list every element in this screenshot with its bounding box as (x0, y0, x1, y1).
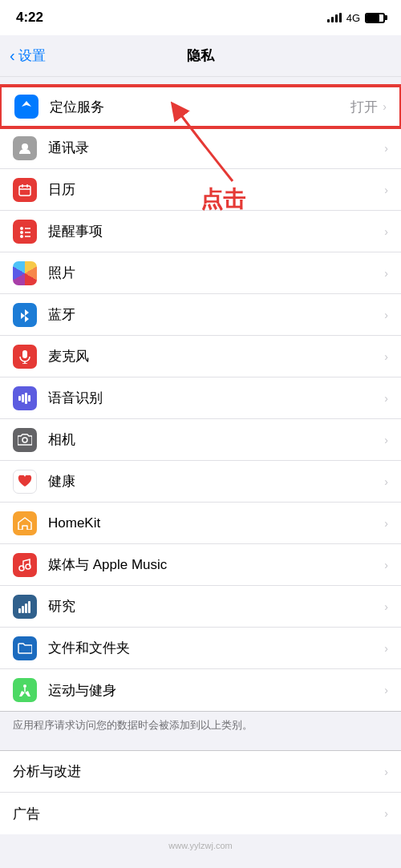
status-bar: 4:22 4G (0, 0, 401, 35)
location-services-label: 定位服务 (50, 98, 350, 116)
photos-item[interactable]: 照片 › (0, 252, 401, 294)
homekit-item[interactable]: HomeKit › (0, 503, 401, 544)
chevron-icon: › (384, 517, 388, 530)
svg-point-0 (22, 143, 28, 150)
photos-icon (13, 261, 37, 285)
page-wrapper: 4:22 4G ‹ 设置 隐私 (0, 0, 401, 857)
health-label: 健康 (48, 472, 384, 491)
chevron-icon: › (384, 434, 388, 446)
microphone-item[interactable]: 麦克风 › (0, 336, 401, 377)
battery-icon (365, 13, 385, 23)
chevron-icon: › (384, 225, 388, 238)
location-services-right: 打开 › (350, 98, 387, 116)
svg-rect-16 (25, 393, 27, 404)
svg-rect-23 (25, 604, 27, 613)
svg-rect-15 (22, 394, 24, 402)
media-music-label: 媒体与 Apple Music (48, 555, 384, 574)
microphone-label: 麦克风 (48, 347, 384, 365)
svg-rect-24 (28, 601, 30, 613)
contacts-item[interactable]: 通讯录 › (0, 127, 401, 169)
chevron-icon: › (384, 392, 388, 405)
speech-recognition-item[interactable]: 语音识别 › (0, 377, 401, 419)
media-music-icon (13, 553, 37, 577)
status-time: 4:22 (16, 10, 43, 26)
svg-rect-22 (22, 606, 24, 613)
calendar-label: 日历 (48, 180, 384, 199)
svg-rect-21 (18, 608, 21, 613)
chevron-icon: › (384, 142, 388, 155)
network-label: 4G (346, 12, 360, 24)
fitness-label: 运动与健身 (48, 681, 384, 700)
chevron-icon: › (384, 267, 388, 280)
camera-icon (13, 428, 37, 452)
analytics-label: 分析与改进 (13, 762, 384, 781)
fitness-item[interactable]: 运动与健身 › (0, 669, 401, 711)
files-icon (13, 636, 37, 660)
photos-label: 照片 (48, 264, 384, 282)
svg-rect-17 (28, 395, 30, 402)
location-services-item[interactable]: 定位服务 打开 › (0, 86, 401, 127)
health-icon (13, 470, 37, 494)
bluetooth-icon (13, 303, 37, 327)
calendar-icon (13, 178, 37, 202)
reminders-label: 提醒事项 (48, 222, 384, 240)
contacts-label: 通讯录 (48, 139, 384, 157)
homekit-label: HomeKit (48, 515, 384, 531)
files-label: 文件和文件夹 (48, 639, 384, 657)
status-icons: 4G (327, 12, 385, 24)
svg-point-25 (23, 684, 26, 688)
camera-item[interactable]: 相机 › (0, 419, 401, 461)
speech-recognition-label: 语音识别 (48, 389, 384, 407)
svg-point-7 (20, 235, 23, 238)
svg-point-5 (20, 227, 23, 230)
research-label: 研究 (48, 597, 384, 616)
calendar-item[interactable]: 日历 › (0, 169, 401, 211)
ads-label: 广告 (13, 805, 384, 823)
reminders-item[interactable]: 提醒事项 › (0, 211, 401, 252)
watermark: www.yylzwj.com (0, 834, 401, 857)
svg-rect-11 (22, 350, 27, 358)
location-icon (14, 95, 38, 119)
svg-point-6 (20, 231, 23, 234)
health-item[interactable]: 健康 › (0, 461, 401, 503)
chevron-icon: › (384, 642, 388, 655)
nav-bar: ‹ 设置 隐私 (0, 35, 401, 77)
page-title: 隐私 (187, 46, 214, 65)
chevron-icon: › (384, 184, 388, 196)
privacy-settings-section: 定位服务 打开 › 通讯录 › (0, 85, 401, 712)
svg-point-18 (22, 438, 27, 442)
chevron-icon: › (384, 684, 388, 696)
bluetooth-item[interactable]: 蓝牙 › (0, 294, 401, 336)
research-icon (13, 595, 37, 619)
speech-recognition-icon (13, 386, 37, 410)
contacts-icon (13, 136, 37, 160)
chevron-icon: › (384, 765, 388, 778)
fitness-icon (13, 678, 37, 702)
research-item[interactable]: 研究 › (0, 586, 401, 628)
chevron-icon: › (384, 600, 388, 613)
chevron-icon: › (384, 807, 388, 820)
signal-icon (327, 13, 342, 22)
chevron-icon: › (383, 100, 387, 113)
svg-rect-14 (18, 396, 21, 401)
chevron-icon: › (384, 350, 388, 363)
svg-rect-1 (19, 186, 30, 196)
back-button[interactable]: ‹ 设置 (10, 46, 46, 65)
camera-label: 相机 (48, 430, 384, 449)
bluetooth-label: 蓝牙 (48, 305, 384, 324)
chevron-icon: › (384, 475, 388, 488)
analytics-item[interactable]: 分析与改进 › (0, 751, 401, 793)
chevron-icon: › (384, 559, 388, 571)
chevron-icon: › (384, 309, 388, 321)
back-chevron-icon: ‹ (10, 46, 15, 65)
microphone-icon (13, 345, 37, 369)
ads-item[interactable]: 广告 › (0, 793, 401, 834)
location-services-status: 打开 (350, 98, 378, 116)
media-music-item[interactable]: 媒体与 Apple Music › (0, 544, 401, 586)
section-note: 应用程序请求访问您的数据时会被添加到以上类别。 (0, 712, 401, 742)
bottom-section: 分析与改进 › 广告 › (0, 750, 401, 834)
homekit-icon (13, 511, 37, 535)
back-label: 设置 (18, 46, 46, 65)
files-item[interactable]: 文件和文件夹 › (0, 628, 401, 669)
reminders-icon (13, 220, 37, 244)
